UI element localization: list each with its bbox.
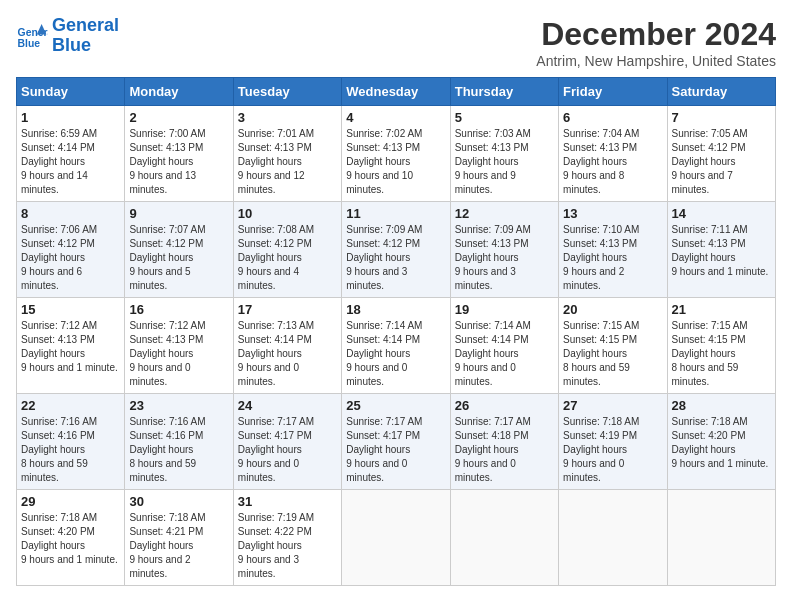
day-number: 14 xyxy=(672,206,771,221)
table-row: 25 Sunrise: 7:17 AM Sunset: 4:17 PM Dayl… xyxy=(342,394,450,490)
day-number: 9 xyxy=(129,206,228,221)
header: General Blue General Blue December 2024 … xyxy=(16,16,776,69)
table-row: 15 Sunrise: 7:12 AM Sunset: 4:13 PM Dayl… xyxy=(17,298,125,394)
day-number: 5 xyxy=(455,110,554,125)
logo: General Blue General Blue xyxy=(16,16,119,56)
day-number: 2 xyxy=(129,110,228,125)
day-info: Sunrise: 7:19 AM Sunset: 4:22 PM Dayligh… xyxy=(238,511,337,581)
table-row: 23 Sunrise: 7:16 AM Sunset: 4:16 PM Dayl… xyxy=(125,394,233,490)
day-info: Sunrise: 7:16 AM Sunset: 4:16 PM Dayligh… xyxy=(129,415,228,485)
day-number: 8 xyxy=(21,206,120,221)
day-number: 7 xyxy=(672,110,771,125)
day-number: 23 xyxy=(129,398,228,413)
day-number: 21 xyxy=(672,302,771,317)
day-info: Sunrise: 7:17 AM Sunset: 4:18 PM Dayligh… xyxy=(455,415,554,485)
day-number: 4 xyxy=(346,110,445,125)
day-info: Sunrise: 7:08 AM Sunset: 4:12 PM Dayligh… xyxy=(238,223,337,293)
table-row xyxy=(342,490,450,586)
col-monday: Monday xyxy=(125,78,233,106)
calendar-week-row: 8 Sunrise: 7:06 AM Sunset: 4:12 PM Dayli… xyxy=(17,202,776,298)
day-info: Sunrise: 7:09 AM Sunset: 4:12 PM Dayligh… xyxy=(346,223,445,293)
day-number: 20 xyxy=(563,302,662,317)
col-wednesday: Wednesday xyxy=(342,78,450,106)
table-row: 20 Sunrise: 7:15 AM Sunset: 4:15 PM Dayl… xyxy=(559,298,667,394)
day-info: Sunrise: 7:04 AM Sunset: 4:13 PM Dayligh… xyxy=(563,127,662,197)
calendar-week-row: 22 Sunrise: 7:16 AM Sunset: 4:16 PM Dayl… xyxy=(17,394,776,490)
day-number: 17 xyxy=(238,302,337,317)
calendar-body: 1 Sunrise: 6:59 AM Sunset: 4:14 PM Dayli… xyxy=(17,106,776,586)
day-info: Sunrise: 7:18 AM Sunset: 4:19 PM Dayligh… xyxy=(563,415,662,485)
table-row xyxy=(450,490,558,586)
logo-line1: General xyxy=(52,15,119,35)
location-title: Antrim, New Hampshire, United States xyxy=(536,53,776,69)
day-number: 18 xyxy=(346,302,445,317)
title-area: December 2024 Antrim, New Hampshire, Uni… xyxy=(536,16,776,69)
table-row: 13 Sunrise: 7:10 AM Sunset: 4:13 PM Dayl… xyxy=(559,202,667,298)
table-row: 26 Sunrise: 7:17 AM Sunset: 4:18 PM Dayl… xyxy=(450,394,558,490)
table-row: 22 Sunrise: 7:16 AM Sunset: 4:16 PM Dayl… xyxy=(17,394,125,490)
day-info: Sunrise: 7:14 AM Sunset: 4:14 PM Dayligh… xyxy=(455,319,554,389)
day-number: 11 xyxy=(346,206,445,221)
day-info: Sunrise: 7:16 AM Sunset: 4:16 PM Dayligh… xyxy=(21,415,120,485)
table-row: 6 Sunrise: 7:04 AM Sunset: 4:13 PM Dayli… xyxy=(559,106,667,202)
day-info: Sunrise: 7:09 AM Sunset: 4:13 PM Dayligh… xyxy=(455,223,554,293)
day-number: 30 xyxy=(129,494,228,509)
table-row: 12 Sunrise: 7:09 AM Sunset: 4:13 PM Dayl… xyxy=(450,202,558,298)
calendar-week-row: 29 Sunrise: 7:18 AM Sunset: 4:20 PM Dayl… xyxy=(17,490,776,586)
day-info: Sunrise: 6:59 AM Sunset: 4:14 PM Dayligh… xyxy=(21,127,120,197)
day-number: 27 xyxy=(563,398,662,413)
table-row: 24 Sunrise: 7:17 AM Sunset: 4:17 PM Dayl… xyxy=(233,394,341,490)
month-title: December 2024 xyxy=(536,16,776,53)
logo-text: General Blue xyxy=(52,16,119,56)
day-info: Sunrise: 7:02 AM Sunset: 4:13 PM Dayligh… xyxy=(346,127,445,197)
day-info: Sunrise: 7:15 AM Sunset: 4:15 PM Dayligh… xyxy=(563,319,662,389)
col-friday: Friday xyxy=(559,78,667,106)
day-info: Sunrise: 7:14 AM Sunset: 4:14 PM Dayligh… xyxy=(346,319,445,389)
col-saturday: Saturday xyxy=(667,78,775,106)
table-row xyxy=(667,490,775,586)
table-row: 10 Sunrise: 7:08 AM Sunset: 4:12 PM Dayl… xyxy=(233,202,341,298)
day-number: 19 xyxy=(455,302,554,317)
day-info: Sunrise: 7:17 AM Sunset: 4:17 PM Dayligh… xyxy=(346,415,445,485)
day-number: 22 xyxy=(21,398,120,413)
calendar-header-row: Sunday Monday Tuesday Wednesday Thursday… xyxy=(17,78,776,106)
calendar-week-row: 1 Sunrise: 6:59 AM Sunset: 4:14 PM Dayli… xyxy=(17,106,776,202)
table-row: 16 Sunrise: 7:12 AM Sunset: 4:13 PM Dayl… xyxy=(125,298,233,394)
table-row: 19 Sunrise: 7:14 AM Sunset: 4:14 PM Dayl… xyxy=(450,298,558,394)
table-row: 1 Sunrise: 6:59 AM Sunset: 4:14 PM Dayli… xyxy=(17,106,125,202)
col-sunday: Sunday xyxy=(17,78,125,106)
table-row: 2 Sunrise: 7:00 AM Sunset: 4:13 PM Dayli… xyxy=(125,106,233,202)
day-info: Sunrise: 7:15 AM Sunset: 4:15 PM Dayligh… xyxy=(672,319,771,389)
table-row: 31 Sunrise: 7:19 AM Sunset: 4:22 PM Dayl… xyxy=(233,490,341,586)
table-row: 3 Sunrise: 7:01 AM Sunset: 4:13 PM Dayli… xyxy=(233,106,341,202)
table-row: 7 Sunrise: 7:05 AM Sunset: 4:12 PM Dayli… xyxy=(667,106,775,202)
day-number: 3 xyxy=(238,110,337,125)
day-number: 29 xyxy=(21,494,120,509)
day-number: 10 xyxy=(238,206,337,221)
calendar-week-row: 15 Sunrise: 7:12 AM Sunset: 4:13 PM Dayl… xyxy=(17,298,776,394)
day-number: 24 xyxy=(238,398,337,413)
table-row xyxy=(559,490,667,586)
day-info: Sunrise: 7:17 AM Sunset: 4:17 PM Dayligh… xyxy=(238,415,337,485)
day-info: Sunrise: 7:00 AM Sunset: 4:13 PM Dayligh… xyxy=(129,127,228,197)
day-info: Sunrise: 7:06 AM Sunset: 4:12 PM Dayligh… xyxy=(21,223,120,293)
day-number: 26 xyxy=(455,398,554,413)
day-number: 28 xyxy=(672,398,771,413)
day-number: 16 xyxy=(129,302,228,317)
day-info: Sunrise: 7:03 AM Sunset: 4:13 PM Dayligh… xyxy=(455,127,554,197)
calendar-table: Sunday Monday Tuesday Wednesday Thursday… xyxy=(16,77,776,586)
day-info: Sunrise: 7:11 AM Sunset: 4:13 PM Dayligh… xyxy=(672,223,771,279)
day-info: Sunrise: 7:13 AM Sunset: 4:14 PM Dayligh… xyxy=(238,319,337,389)
day-info: Sunrise: 7:07 AM Sunset: 4:12 PM Dayligh… xyxy=(129,223,228,293)
day-number: 1 xyxy=(21,110,120,125)
table-row: 5 Sunrise: 7:03 AM Sunset: 4:13 PM Dayli… xyxy=(450,106,558,202)
table-row: 29 Sunrise: 7:18 AM Sunset: 4:20 PM Dayl… xyxy=(17,490,125,586)
day-number: 13 xyxy=(563,206,662,221)
day-info: Sunrise: 7:12 AM Sunset: 4:13 PM Dayligh… xyxy=(129,319,228,389)
day-info: Sunrise: 7:18 AM Sunset: 4:21 PM Dayligh… xyxy=(129,511,228,581)
col-thursday: Thursday xyxy=(450,78,558,106)
day-number: 12 xyxy=(455,206,554,221)
table-row: 18 Sunrise: 7:14 AM Sunset: 4:14 PM Dayl… xyxy=(342,298,450,394)
svg-text:Blue: Blue xyxy=(18,38,41,49)
day-info: Sunrise: 7:18 AM Sunset: 4:20 PM Dayligh… xyxy=(672,415,771,471)
